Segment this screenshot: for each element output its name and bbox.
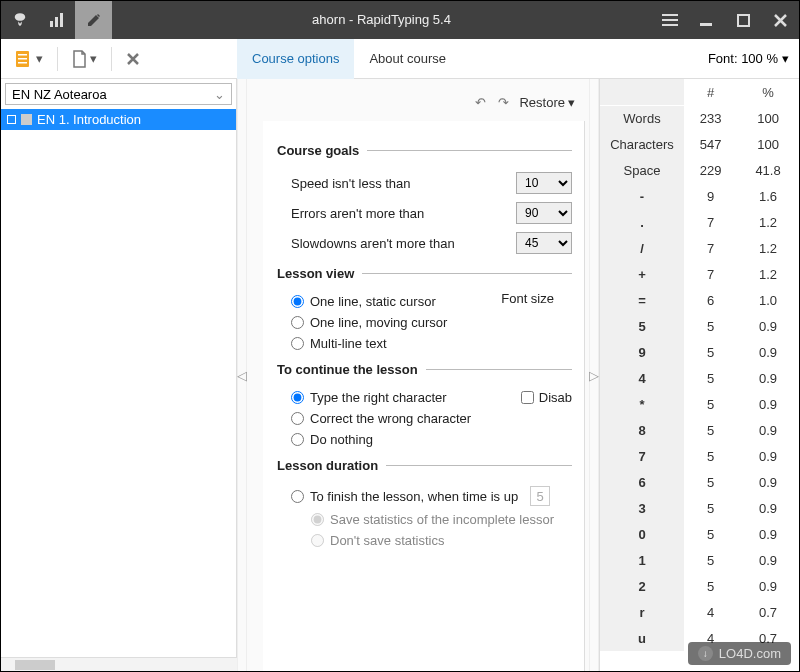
svg-rect-4 xyxy=(662,19,678,21)
row-speed: Speed isn't less than 10 xyxy=(277,168,572,198)
svg-rect-9 xyxy=(18,54,27,56)
restore-label: Restore xyxy=(519,95,565,110)
lesson-list-button[interactable]: ▾ xyxy=(7,45,51,73)
chevron-down-icon: ⌄ xyxy=(214,87,225,102)
font-size-label: Font size xyxy=(501,291,554,306)
table-row: 650.9 xyxy=(600,469,799,495)
table-row: Space22941.8 xyxy=(600,157,799,183)
table-row: 350.9 xyxy=(600,495,799,521)
options-subtoolbar: ↶ ↷ Restore ▾ xyxy=(251,87,585,117)
table-row: r40.7 xyxy=(600,599,799,625)
section-title: Course goals xyxy=(277,143,359,158)
slowdowns-select[interactable]: 45 xyxy=(516,232,572,254)
edit-icon[interactable] xyxy=(75,1,112,39)
table-row: Words233100 xyxy=(600,105,799,131)
radio-nosave-stats[interactable]: Don't save statistics xyxy=(277,530,572,551)
radio-type-right[interactable]: Type the right character Disab xyxy=(277,387,572,408)
chevron-down-icon: ▾ xyxy=(568,95,575,110)
new-doc-button[interactable]: ▾ xyxy=(64,45,105,73)
table-row: Characters547100 xyxy=(600,131,799,157)
row-slowdowns: Slowdowns aren't more than 45 xyxy=(277,228,572,258)
sidebar: EN NZ Aotearoa ⌄ EN 1. Introduction xyxy=(1,79,237,671)
separator xyxy=(111,47,112,71)
restore-dropdown[interactable]: Restore ▾ xyxy=(519,95,575,110)
table-row: .71.2 xyxy=(600,209,799,235)
table-row: 050.9 xyxy=(600,521,799,547)
stats-icon[interactable] xyxy=(38,1,75,39)
delete-button[interactable] xyxy=(118,47,148,71)
language-value: EN NZ Aotearoa xyxy=(12,87,107,102)
table-row: 950.9 xyxy=(600,339,799,365)
table-row: 550.9 xyxy=(600,313,799,339)
chevron-down-icon: ▾ xyxy=(36,51,43,66)
undo-icon[interactable]: ↶ xyxy=(473,93,488,112)
speed-select[interactable]: 10 xyxy=(516,172,572,194)
section-duration: Lesson duration xyxy=(277,458,572,473)
table-row: -91.6 xyxy=(600,183,799,209)
table-row: =61.0 xyxy=(600,287,799,313)
errors-label: Errors aren't more than xyxy=(291,206,516,221)
chevron-down-icon: ▾ xyxy=(90,51,97,66)
duration-input[interactable] xyxy=(530,486,550,506)
svg-rect-0 xyxy=(50,21,53,27)
horizontal-scrollbar[interactable] xyxy=(1,657,237,671)
menu-icon[interactable] xyxy=(651,1,688,39)
window-title: ahorn - RapidTyping 5.4 xyxy=(112,1,651,39)
toolbar-row: ▾ ▾ Course options About course Font: 10… xyxy=(1,39,799,79)
checkbox-disable[interactable]: Disab xyxy=(521,390,572,405)
home-icon[interactable] xyxy=(1,1,38,39)
radio-do-nothing[interactable]: Do nothing xyxy=(277,429,572,450)
row-errors: Errors aren't more than 90 xyxy=(277,198,572,228)
section-title: Lesson view xyxy=(277,266,354,281)
watermark-text: LO4D.com xyxy=(719,646,781,661)
table-row: 750.9 xyxy=(600,443,799,469)
svg-rect-1 xyxy=(55,17,58,27)
watermark: ↓ LO4D.com xyxy=(688,642,791,665)
center-panel: ◁ ↶ ↷ Restore ▾ Course goals Speed isn't… xyxy=(237,79,599,671)
radio-moving-cursor[interactable]: One line, moving cursor xyxy=(277,312,572,333)
table-row: *50.9 xyxy=(600,391,799,417)
section-course-goals: Course goals xyxy=(277,143,572,158)
col-percent: % xyxy=(737,79,799,105)
tabs: Course options About course Font: 100 % … xyxy=(237,39,799,79)
svg-rect-2 xyxy=(60,13,63,27)
table-row: 850.9 xyxy=(600,417,799,443)
table-row: /71.2 xyxy=(600,235,799,261)
table-row: 150.9 xyxy=(600,547,799,573)
close-button[interactable] xyxy=(762,1,799,39)
radio-save-stats[interactable]: Save statistics of the incomplete lessor xyxy=(277,509,572,530)
watermark-icon: ↓ xyxy=(698,646,713,661)
stats-panel: # % Words233100Characters547100Space2294… xyxy=(599,79,799,671)
slowdowns-label: Slowdowns aren't more than xyxy=(291,236,516,251)
options-content: Course goals Speed isn't less than 10 Er… xyxy=(263,121,585,671)
font-zoom-label: Font: 100 % xyxy=(708,40,778,78)
errors-select[interactable]: 90 xyxy=(516,202,572,224)
radio-finish-timeup[interactable]: To finish the lesson, when time is up xyxy=(277,483,572,509)
svg-rect-6 xyxy=(700,23,712,26)
tree-item-label: EN 1. Introduction xyxy=(37,112,141,127)
section-continue: To continue the lesson xyxy=(277,362,572,377)
body: EN NZ Aotearoa ⌄ EN 1. Introduction ◁ ↶ … xyxy=(1,79,799,671)
speed-label: Speed isn't less than xyxy=(291,176,516,191)
maximize-button[interactable] xyxy=(725,1,762,39)
tab-course-options[interactable]: Course options xyxy=(237,39,354,79)
splitter-right[interactable]: ▷ xyxy=(589,79,599,671)
font-zoom-dropdown[interactable]: Font: 100 % ▾ xyxy=(698,39,799,79)
tab-about-course[interactable]: About course xyxy=(354,39,461,79)
splitter-left[interactable]: ◁ xyxy=(237,79,247,671)
svg-rect-3 xyxy=(662,14,678,16)
titlebar: ahorn - RapidTyping 5.4 xyxy=(1,1,799,39)
section-title: Lesson duration xyxy=(277,458,378,473)
radio-correct-wrong[interactable]: Correct the wrong character xyxy=(277,408,572,429)
tree-item-intro[interactable]: EN 1. Introduction xyxy=(1,109,236,130)
redo-icon[interactable]: ↷ xyxy=(496,93,511,112)
radio-multiline[interactable]: Multi-line text xyxy=(277,333,572,354)
table-row: 250.9 xyxy=(600,573,799,599)
sidebar-toolbar: ▾ ▾ xyxy=(1,39,237,79)
col-key xyxy=(600,79,684,105)
language-combo[interactable]: EN NZ Aotearoa ⌄ xyxy=(5,83,232,105)
doc-icon xyxy=(21,114,32,125)
stats-table: # % Words233100Characters547100Space2294… xyxy=(600,79,799,651)
minimize-button[interactable] xyxy=(688,1,725,39)
table-row: +71.2 xyxy=(600,261,799,287)
